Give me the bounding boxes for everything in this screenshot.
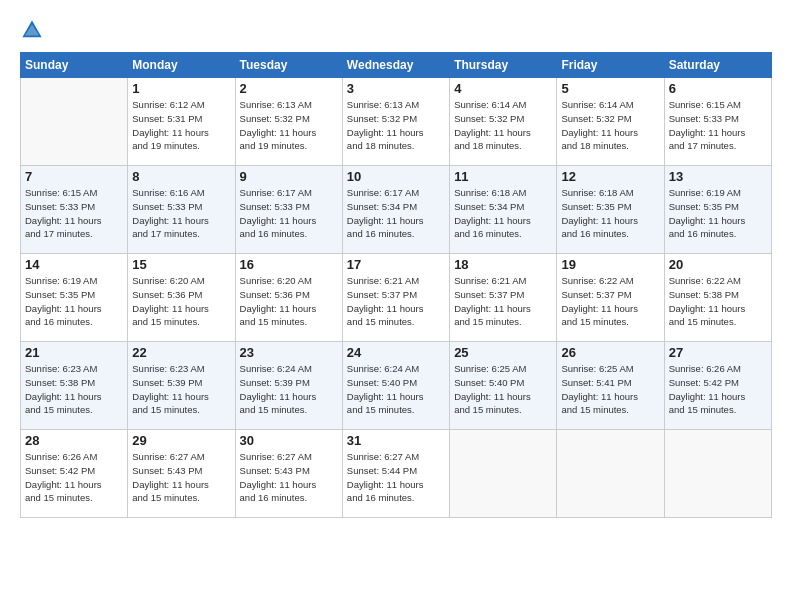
day-number: 9 xyxy=(240,169,338,184)
day-info: Sunrise: 6:18 AM Sunset: 5:34 PM Dayligh… xyxy=(454,186,552,241)
day-info: Sunrise: 6:14 AM Sunset: 5:32 PM Dayligh… xyxy=(454,98,552,153)
day-number: 26 xyxy=(561,345,659,360)
day-info: Sunrise: 6:18 AM Sunset: 5:35 PM Dayligh… xyxy=(561,186,659,241)
day-info: Sunrise: 6:13 AM Sunset: 5:32 PM Dayligh… xyxy=(347,98,445,153)
calendar-week-row: 28Sunrise: 6:26 AM Sunset: 5:42 PM Dayli… xyxy=(21,430,772,518)
day-info: Sunrise: 6:17 AM Sunset: 5:33 PM Dayligh… xyxy=(240,186,338,241)
day-info: Sunrise: 6:27 AM Sunset: 5:43 PM Dayligh… xyxy=(240,450,338,505)
day-info: Sunrise: 6:23 AM Sunset: 5:39 PM Dayligh… xyxy=(132,362,230,417)
day-info: Sunrise: 6:22 AM Sunset: 5:37 PM Dayligh… xyxy=(561,274,659,329)
calendar-cell: 8Sunrise: 6:16 AM Sunset: 5:33 PM Daylig… xyxy=(128,166,235,254)
day-info: Sunrise: 6:25 AM Sunset: 5:41 PM Dayligh… xyxy=(561,362,659,417)
day-info: Sunrise: 6:24 AM Sunset: 5:39 PM Dayligh… xyxy=(240,362,338,417)
calendar-week-row: 21Sunrise: 6:23 AM Sunset: 5:38 PM Dayli… xyxy=(21,342,772,430)
day-info: Sunrise: 6:27 AM Sunset: 5:43 PM Dayligh… xyxy=(132,450,230,505)
day-number: 3 xyxy=(347,81,445,96)
calendar-cell xyxy=(450,430,557,518)
calendar-cell xyxy=(664,430,771,518)
calendar-cell xyxy=(21,78,128,166)
calendar-week-row: 1Sunrise: 6:12 AM Sunset: 5:31 PM Daylig… xyxy=(21,78,772,166)
calendar-cell: 31Sunrise: 6:27 AM Sunset: 5:44 PM Dayli… xyxy=(342,430,449,518)
day-info: Sunrise: 6:19 AM Sunset: 5:35 PM Dayligh… xyxy=(25,274,123,329)
calendar-cell: 12Sunrise: 6:18 AM Sunset: 5:35 PM Dayli… xyxy=(557,166,664,254)
calendar-cell: 23Sunrise: 6:24 AM Sunset: 5:39 PM Dayli… xyxy=(235,342,342,430)
day-info: Sunrise: 6:15 AM Sunset: 5:33 PM Dayligh… xyxy=(25,186,123,241)
day-number: 29 xyxy=(132,433,230,448)
day-number: 11 xyxy=(454,169,552,184)
day-number: 10 xyxy=(347,169,445,184)
day-number: 30 xyxy=(240,433,338,448)
weekday-header: Thursday xyxy=(450,53,557,78)
day-number: 22 xyxy=(132,345,230,360)
logo-icon xyxy=(20,18,44,42)
weekday-header: Tuesday xyxy=(235,53,342,78)
day-number: 20 xyxy=(669,257,767,272)
calendar-cell: 27Sunrise: 6:26 AM Sunset: 5:42 PM Dayli… xyxy=(664,342,771,430)
day-number: 2 xyxy=(240,81,338,96)
day-info: Sunrise: 6:23 AM Sunset: 5:38 PM Dayligh… xyxy=(25,362,123,417)
calendar-cell: 30Sunrise: 6:27 AM Sunset: 5:43 PM Dayli… xyxy=(235,430,342,518)
day-info: Sunrise: 6:26 AM Sunset: 5:42 PM Dayligh… xyxy=(669,362,767,417)
calendar-cell: 20Sunrise: 6:22 AM Sunset: 5:38 PM Dayli… xyxy=(664,254,771,342)
calendar-cell: 19Sunrise: 6:22 AM Sunset: 5:37 PM Dayli… xyxy=(557,254,664,342)
day-info: Sunrise: 6:17 AM Sunset: 5:34 PM Dayligh… xyxy=(347,186,445,241)
calendar-cell: 1Sunrise: 6:12 AM Sunset: 5:31 PM Daylig… xyxy=(128,78,235,166)
day-number: 28 xyxy=(25,433,123,448)
calendar-cell: 29Sunrise: 6:27 AM Sunset: 5:43 PM Dayli… xyxy=(128,430,235,518)
calendar-cell: 16Sunrise: 6:20 AM Sunset: 5:36 PM Dayli… xyxy=(235,254,342,342)
calendar-cell: 18Sunrise: 6:21 AM Sunset: 5:37 PM Dayli… xyxy=(450,254,557,342)
day-number: 25 xyxy=(454,345,552,360)
weekday-header: Friday xyxy=(557,53,664,78)
calendar-cell: 7Sunrise: 6:15 AM Sunset: 5:33 PM Daylig… xyxy=(21,166,128,254)
day-number: 24 xyxy=(347,345,445,360)
day-number: 18 xyxy=(454,257,552,272)
calendar-cell: 15Sunrise: 6:20 AM Sunset: 5:36 PM Dayli… xyxy=(128,254,235,342)
calendar-cell: 28Sunrise: 6:26 AM Sunset: 5:42 PM Dayli… xyxy=(21,430,128,518)
calendar-cell: 25Sunrise: 6:25 AM Sunset: 5:40 PM Dayli… xyxy=(450,342,557,430)
calendar-cell: 13Sunrise: 6:19 AM Sunset: 5:35 PM Dayli… xyxy=(664,166,771,254)
calendar-cell: 9Sunrise: 6:17 AM Sunset: 5:33 PM Daylig… xyxy=(235,166,342,254)
day-number: 17 xyxy=(347,257,445,272)
calendar-cell: 24Sunrise: 6:24 AM Sunset: 5:40 PM Dayli… xyxy=(342,342,449,430)
calendar-table: SundayMondayTuesdayWednesdayThursdayFrid… xyxy=(20,52,772,518)
day-number: 19 xyxy=(561,257,659,272)
day-info: Sunrise: 6:24 AM Sunset: 5:40 PM Dayligh… xyxy=(347,362,445,417)
day-number: 6 xyxy=(669,81,767,96)
calendar-cell: 22Sunrise: 6:23 AM Sunset: 5:39 PM Dayli… xyxy=(128,342,235,430)
calendar-header-row: SundayMondayTuesdayWednesdayThursdayFrid… xyxy=(21,53,772,78)
day-info: Sunrise: 6:15 AM Sunset: 5:33 PM Dayligh… xyxy=(669,98,767,153)
calendar-cell xyxy=(557,430,664,518)
day-number: 5 xyxy=(561,81,659,96)
day-number: 31 xyxy=(347,433,445,448)
day-number: 1 xyxy=(132,81,230,96)
day-info: Sunrise: 6:25 AM Sunset: 5:40 PM Dayligh… xyxy=(454,362,552,417)
day-number: 16 xyxy=(240,257,338,272)
calendar-cell: 17Sunrise: 6:21 AM Sunset: 5:37 PM Dayli… xyxy=(342,254,449,342)
day-number: 8 xyxy=(132,169,230,184)
day-number: 27 xyxy=(669,345,767,360)
day-info: Sunrise: 6:20 AM Sunset: 5:36 PM Dayligh… xyxy=(132,274,230,329)
weekday-header: Monday xyxy=(128,53,235,78)
calendar-cell: 14Sunrise: 6:19 AM Sunset: 5:35 PM Dayli… xyxy=(21,254,128,342)
day-info: Sunrise: 6:22 AM Sunset: 5:38 PM Dayligh… xyxy=(669,274,767,329)
day-number: 7 xyxy=(25,169,123,184)
calendar-cell: 11Sunrise: 6:18 AM Sunset: 5:34 PM Dayli… xyxy=(450,166,557,254)
weekday-header: Wednesday xyxy=(342,53,449,78)
calendar-cell: 2Sunrise: 6:13 AM Sunset: 5:32 PM Daylig… xyxy=(235,78,342,166)
calendar-cell: 10Sunrise: 6:17 AM Sunset: 5:34 PM Dayli… xyxy=(342,166,449,254)
day-info: Sunrise: 6:21 AM Sunset: 5:37 PM Dayligh… xyxy=(454,274,552,329)
calendar-week-row: 7Sunrise: 6:15 AM Sunset: 5:33 PM Daylig… xyxy=(21,166,772,254)
day-info: Sunrise: 6:13 AM Sunset: 5:32 PM Dayligh… xyxy=(240,98,338,153)
day-info: Sunrise: 6:20 AM Sunset: 5:36 PM Dayligh… xyxy=(240,274,338,329)
day-info: Sunrise: 6:16 AM Sunset: 5:33 PM Dayligh… xyxy=(132,186,230,241)
day-number: 4 xyxy=(454,81,552,96)
calendar-cell: 6Sunrise: 6:15 AM Sunset: 5:33 PM Daylig… xyxy=(664,78,771,166)
day-number: 15 xyxy=(132,257,230,272)
day-info: Sunrise: 6:12 AM Sunset: 5:31 PM Dayligh… xyxy=(132,98,230,153)
calendar-cell: 3Sunrise: 6:13 AM Sunset: 5:32 PM Daylig… xyxy=(342,78,449,166)
logo xyxy=(20,18,48,42)
weekday-header: Sunday xyxy=(21,53,128,78)
calendar-week-row: 14Sunrise: 6:19 AM Sunset: 5:35 PM Dayli… xyxy=(21,254,772,342)
calendar-cell: 5Sunrise: 6:14 AM Sunset: 5:32 PM Daylig… xyxy=(557,78,664,166)
day-info: Sunrise: 6:26 AM Sunset: 5:42 PM Dayligh… xyxy=(25,450,123,505)
